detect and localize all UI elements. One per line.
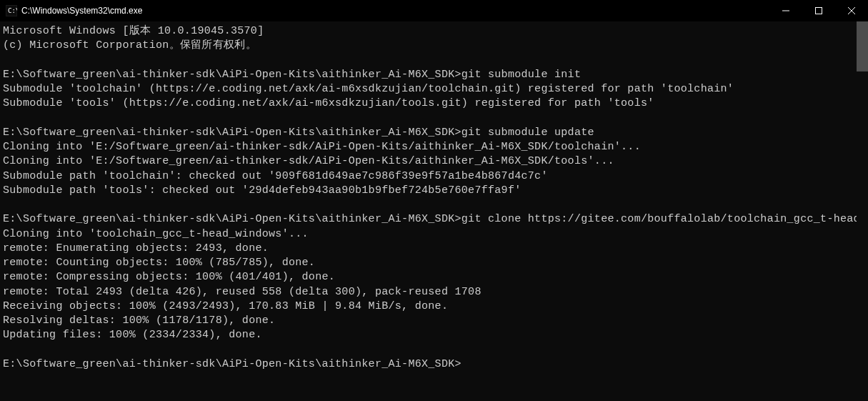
terminal-line: (c) Microsoft Corporation。保留所有权利。 xyxy=(3,39,865,53)
terminal-line: Cloning into 'toolchain_gcc_t-head_windo… xyxy=(3,227,865,242)
terminal-line: E:\Software_green\ai-thinker-sdk\AiPi-Op… xyxy=(3,212,865,227)
terminal-line: Submodule path 'toolchain': checked out … xyxy=(3,169,865,184)
terminal-output[interactable]: Microsoft Windows [版本 10.0.19045.3570](c… xyxy=(0,21,868,401)
terminal-line: Resolving deltas: 100% (1178/1178), done… xyxy=(3,314,865,328)
scrollbar-thumb[interactable] xyxy=(857,21,868,71)
terminal-line: Microsoft Windows [版本 10.0.19045.3570] xyxy=(3,24,865,39)
maximize-button[interactable] xyxy=(802,0,835,21)
terminal-line: Submodule 'tools' (https://e.coding.net/… xyxy=(3,96,865,111)
terminal-line xyxy=(3,343,865,357)
terminal-line xyxy=(3,54,865,68)
minimize-button[interactable] xyxy=(769,0,802,21)
svg-text:C:\: C:\ xyxy=(8,7,17,14)
terminal-line: remote: Total 2493 (delta 426), reused 5… xyxy=(3,285,865,299)
terminal-line: Cloning into 'E:/Software_green/ai-think… xyxy=(3,140,865,154)
scrollbar[interactable] xyxy=(857,21,868,401)
window-titlebar: C:\ C:\Windows\System32\cmd.exe xyxy=(0,0,868,21)
terminal-line: Submodule path 'tools': checked out '29d… xyxy=(3,184,865,198)
terminal-line: remote: Compressing objects: 100% (401/4… xyxy=(3,270,865,284)
terminal-line xyxy=(3,112,865,126)
terminal-line: Updating files: 100% (2334/2334), done. xyxy=(3,328,865,342)
window-title: C:\Windows\System32\cmd.exe xyxy=(21,6,142,16)
cmd-icon: C:\ xyxy=(6,5,17,16)
terminal-line: remote: Enumerating objects: 2493, done. xyxy=(3,242,865,256)
close-button[interactable] xyxy=(835,0,868,21)
svg-rect-4 xyxy=(816,8,822,14)
window-controls xyxy=(769,0,868,21)
terminal-line: Submodule 'toolchain' (https://e.coding.… xyxy=(3,82,865,96)
terminal-line: E:\Software_green\ai-thinker-sdk\AiPi-Op… xyxy=(3,357,865,372)
terminal-line xyxy=(3,198,865,212)
titlebar-left: C:\ C:\Windows\System32\cmd.exe xyxy=(6,5,142,16)
terminal-line: Cloning into 'E:/Software_green/ai-think… xyxy=(3,154,865,169)
terminal-line: Receiving objects: 100% (2493/2493), 170… xyxy=(3,299,865,314)
terminal-line: E:\Software_green\ai-thinker-sdk\AiPi-Op… xyxy=(3,126,865,140)
terminal-line: remote: Counting objects: 100% (785/785)… xyxy=(3,256,865,270)
terminal-line: E:\Software_green\ai-thinker-sdk\AiPi-Op… xyxy=(3,68,865,82)
